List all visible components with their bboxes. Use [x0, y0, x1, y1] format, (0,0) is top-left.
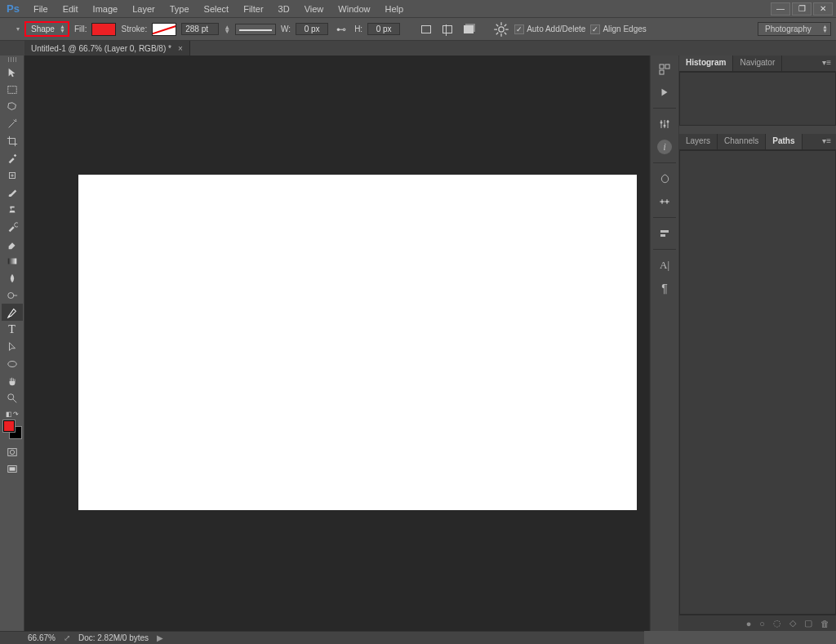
path-align-icon[interactable]: [439, 21, 456, 38]
delete-path-icon[interactable]: 🗑: [820, 619, 829, 628]
panel-menu-icon[interactable]: ▾≡: [817, 56, 836, 71]
canvas-area[interactable]: [24, 56, 650, 631]
tool-preset-arrow-icon[interactable]: ▾: [16, 25, 20, 33]
svg-point-0: [499, 26, 504, 31]
new-path-icon[interactable]: ▢: [804, 618, 812, 628]
styles-panel-icon[interactable]: [653, 170, 676, 188]
fill-color-swatch[interactable]: [91, 23, 116, 36]
toolbox-grip-icon[interactable]: [3, 57, 21, 62]
hand-tool[interactable]: [2, 372, 23, 389]
stroke-style-dropdown[interactable]: [235, 24, 276, 35]
align-edges-label: Align Edges: [603, 24, 646, 33]
workspace-value: Photography: [765, 24, 812, 33]
color-swap-icon[interactable]: ◧↷: [3, 410, 21, 418]
paths-tab[interactable]: Paths: [766, 134, 802, 149]
width-field[interactable]: 0 px: [296, 23, 328, 35]
menu-filter[interactable]: Filter: [236, 2, 270, 16]
status-zoom[interactable]: 66.67%: [28, 633, 56, 642]
zoom-tool[interactable]: [2, 389, 23, 406]
move-tool[interactable]: [2, 64, 23, 81]
pen-tool[interactable]: [2, 304, 23, 321]
path-arrange-icon[interactable]: [460, 21, 477, 38]
gradient-tool[interactable]: [2, 252, 23, 269]
height-field[interactable]: 0 px: [367, 23, 400, 35]
info-panel-icon[interactable]: i: [653, 138, 676, 156]
svg-point-17: [661, 201, 664, 203]
shape-tool[interactable]: [2, 355, 23, 372]
path-selection-tool[interactable]: [2, 338, 23, 355]
fill-path-icon[interactable]: ●: [746, 619, 752, 628]
actions-panel-icon[interactable]: [653, 83, 676, 101]
histogram-tab[interactable]: Histogram: [679, 56, 733, 71]
tool-mode-dropdown[interactable]: Shape ▲▼: [24, 21, 69, 37]
channels-tab[interactable]: Channels: [718, 134, 766, 149]
menu-window[interactable]: Window: [331, 2, 377, 16]
window-minimize-button[interactable]: —: [771, 2, 790, 16]
document-tab-close-icon[interactable]: ×: [178, 44, 183, 53]
path-operations-icon[interactable]: [418, 21, 434, 38]
quick-mask-icon[interactable]: [2, 443, 23, 460]
menu-type[interactable]: Type: [162, 2, 197, 16]
canvas[interactable]: [78, 175, 637, 510]
align-panel-icon[interactable]: [653, 224, 676, 242]
window-close-button[interactable]: ✕: [813, 2, 833, 16]
menu-help[interactable]: Help: [377, 2, 411, 16]
tool-mode-value: Shape: [31, 24, 55, 33]
eyedropper-tool[interactable]: [2, 149, 23, 167]
layers-tab[interactable]: Layers: [679, 134, 718, 149]
menu-image[interactable]: Image: [86, 2, 126, 16]
gear-icon[interactable]: [493, 21, 509, 38]
menu-layer[interactable]: Layer: [125, 2, 162, 16]
workspace-dropdown[interactable]: Photography ▲▼: [758, 22, 831, 36]
menu-edit[interactable]: Edit: [56, 2, 86, 16]
brush-tool[interactable]: [2, 184, 23, 201]
svg-rect-19: [660, 230, 669, 233]
character-panel-icon[interactable]: A|: [653, 256, 676, 274]
history-brush-tool[interactable]: [2, 218, 23, 235]
stroke-color-swatch[interactable]: [152, 23, 176, 36]
menu-3d[interactable]: 3D: [271, 2, 297, 16]
rect-marquee-tool[interactable]: [2, 81, 23, 98]
spot-heal-tool[interactable]: [2, 167, 23, 184]
navigator-tab[interactable]: Navigator: [733, 56, 782, 71]
lasso-tool[interactable]: [2, 98, 23, 115]
options-bar: ▾ Shape ▲▼ Fill: Stroke: 288 pt ▲▼ W: 0 …: [0, 18, 836, 41]
stroke-weight-field[interactable]: 288 pt: [181, 23, 219, 35]
link-wh-icon[interactable]: ⊷: [333, 21, 349, 38]
status-resize-icon[interactable]: ⤢: [64, 633, 70, 642]
svg-point-18: [666, 201, 669, 203]
clone-stamp-tool[interactable]: [2, 201, 23, 218]
align-edges-checkbox[interactable]: ✓ Align Edges: [590, 24, 646, 34]
magic-wand-tool[interactable]: [2, 115, 23, 132]
status-doc-info[interactable]: Doc: 2.82M/0 bytes: [78, 633, 149, 642]
blur-tool[interactable]: [2, 269, 23, 286]
document-tab[interactable]: Untitled-1 @ 66.7% (Layer 0, RGB/8) * ×: [24, 41, 190, 56]
crop-tool[interactable]: [2, 132, 23, 149]
eraser-tool[interactable]: [2, 235, 23, 252]
dodge-tool[interactable]: [2, 286, 23, 304]
screen-mode-icon[interactable]: [2, 460, 23, 477]
type-tool[interactable]: T: [2, 321, 23, 338]
right-panels: Histogram Navigator ▾≡ Layers Channels P…: [679, 56, 836, 631]
status-info-arrow-icon[interactable]: ▶: [157, 633, 163, 642]
auto-add-delete-checkbox[interactable]: ✓ Auto Add/Delete: [514, 24, 585, 34]
stroke-path-icon[interactable]: ○: [759, 619, 765, 628]
svg-rect-10: [9, 467, 15, 470]
menu-file[interactable]: File: [26, 2, 56, 16]
foreground-color-well[interactable]: [3, 420, 15, 432]
load-selection-icon[interactable]: ◌: [773, 618, 781, 628]
swatches-panel-icon[interactable]: [653, 193, 676, 211]
make-workpath-icon[interactable]: ◇: [789, 618, 796, 628]
panel-menu-icon[interactable]: ▾≡: [817, 134, 836, 149]
adjustments-panel-icon[interactable]: [653, 115, 676, 133]
stroke-weight-stepper[interactable]: ▲▼: [224, 25, 230, 33]
pen-tool-icon[interactable]: [5, 23, 11, 36]
history-panel-icon[interactable]: [653, 60, 676, 78]
stroke-label: Stroke:: [121, 24, 147, 33]
menu-view[interactable]: View: [297, 2, 331, 16]
menu-select[interactable]: Select: [197, 2, 237, 16]
paragraph-panel-icon[interactable]: ¶: [653, 279, 676, 297]
window-restore-button[interactable]: ❐: [792, 2, 812, 16]
color-wells[interactable]: [3, 420, 21, 438]
svg-point-4: [7, 292, 13, 298]
